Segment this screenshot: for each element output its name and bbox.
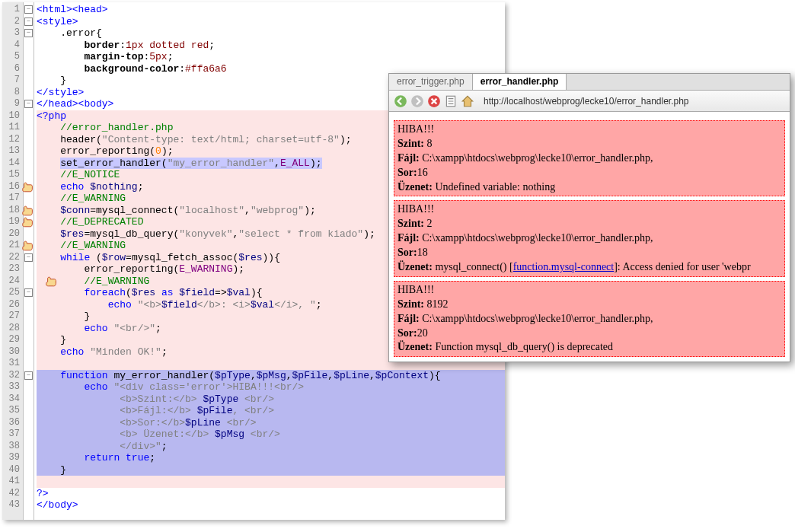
- fold-toggle-icon[interactable]: −: [24, 253, 33, 262]
- line-number: 35: [2, 405, 23, 417]
- code-line[interactable]: <b>Sor:</b>$pLine <br/>: [37, 417, 505, 429]
- line-number: 4: [2, 40, 23, 52]
- code-line[interactable]: return true;: [37, 452, 505, 464]
- forward-icon[interactable]: [410, 94, 424, 108]
- line-number: 14: [2, 158, 23, 170]
- line-number: 9: [2, 98, 23, 110]
- fold-column: −−−−−−−: [24, 2, 34, 520]
- line-number: 1: [2, 4, 23, 16]
- line-number: 16: [2, 181, 23, 193]
- error-link[interactable]: function.mysql-connect: [513, 261, 615, 272]
- line-number: 12: [2, 134, 23, 146]
- line-number: 3: [2, 27, 23, 40]
- browser-tab[interactable]: error_handler.php: [473, 74, 567, 90]
- line-number: 30: [2, 346, 23, 358]
- pointer-hand-icon: [21, 240, 37, 251]
- refresh-icon[interactable]: [444, 94, 458, 108]
- line-number: 15: [2, 169, 23, 181]
- line-number: 7: [2, 75, 23, 87]
- page-content: HIBA!!!Szint: 8Fájl: C:\xampp\htdocs\web…: [389, 112, 790, 362]
- browser-toolbar: http://localhost/webprog/lecke10/error_h…: [389, 91, 790, 112]
- code-line[interactable]: [37, 476, 505, 488]
- line-number: 36: [2, 417, 23, 429]
- code-line[interactable]: <b>Fájl:</b> $pFile, <br/>: [37, 405, 505, 417]
- stop-icon[interactable]: [427, 94, 441, 108]
- fold-toggle-icon[interactable]: −: [24, 29, 33, 37]
- line-number: 41: [2, 476, 23, 488]
- home-icon[interactable]: [461, 94, 474, 108]
- line-number: 11: [2, 122, 23, 134]
- fold-toggle-icon[interactable]: −: [24, 5, 33, 14]
- code-line[interactable]: echo "<div class='error'>HIBA!!!<br/>: [37, 381, 505, 393]
- line-number-gutter: 1234567891011121314151617181920212223242…: [2, 2, 24, 520]
- line-number: 23: [2, 263, 23, 276]
- code-line[interactable]: .error{: [37, 27, 505, 40]
- line-number: 34: [2, 393, 23, 406]
- line-number: 32: [2, 370, 23, 382]
- line-number: 21: [2, 240, 23, 252]
- line-number: 24: [2, 276, 23, 288]
- line-number: 25: [2, 287, 23, 299]
- code-line[interactable]: <b>Szint:</b> $pType <br/>: [37, 393, 505, 406]
- code-line[interactable]: <html><head>: [37, 4, 505, 16]
- line-number: 38: [2, 441, 23, 453]
- code-line[interactable]: ?>: [37, 488, 505, 500]
- line-number: 42: [2, 488, 23, 500]
- code-line[interactable]: </body>: [37, 499, 505, 511]
- error-box: HIBA!!!Szint: 8Fájl: C:\xampp\htdocs\web…: [394, 120, 785, 196]
- line-number: 40: [2, 464, 23, 476]
- line-number: 20: [2, 228, 23, 241]
- line-number: 39: [2, 452, 23, 464]
- svg-point-0: [394, 95, 407, 107]
- line-number: 18: [2, 205, 23, 217]
- line-number: 37: [2, 428, 23, 441]
- svg-point-1: [411, 95, 423, 107]
- back-icon[interactable]: [394, 94, 407, 108]
- code-line[interactable]: <b> Üzenet:</b> $pMsg <br/>: [37, 428, 505, 441]
- line-number: 33: [2, 381, 23, 393]
- line-number: 28: [2, 323, 23, 335]
- line-number: 13: [2, 145, 23, 158]
- pointer-hand-icon: [21, 205, 37, 216]
- pointer-hand-icon: [45, 276, 60, 287]
- fold-toggle-icon[interactable]: −: [24, 371, 33, 380]
- line-number: 2: [2, 16, 23, 28]
- line-number: 29: [2, 334, 23, 346]
- line-number: 19: [2, 216, 23, 228]
- code-line[interactable]: function my_error_handler($pType,$pMsg,$…: [37, 370, 505, 382]
- line-number: 31: [2, 358, 23, 370]
- line-number: 43: [2, 499, 23, 511]
- line-number: 10: [2, 110, 23, 123]
- fold-toggle-icon[interactable]: −: [24, 18, 33, 26]
- fold-toggle-icon[interactable]: −: [24, 100, 33, 108]
- fold-toggle-icon[interactable]: −: [24, 288, 33, 297]
- line-number: 17: [2, 193, 23, 205]
- line-number: 6: [2, 63, 23, 75]
- line-number: 26: [2, 299, 23, 311]
- code-line[interactable]: border:1px dotted red;: [37, 40, 505, 52]
- error-box: HIBA!!!Szint: 2Fájl: C:\xampp\htdocs\web…: [394, 200, 785, 276]
- pointer-hand-icon: [21, 216, 37, 228]
- line-number: 22: [2, 252, 23, 264]
- code-line[interactable]: <style>: [37, 16, 505, 28]
- browser-window: error_trigger.phperror_handler.php http:…: [388, 73, 790, 362]
- line-number: 5: [2, 51, 23, 63]
- code-line[interactable]: </div>";: [37, 441, 505, 453]
- browser-tabs: error_trigger.phperror_handler.php: [389, 74, 790, 91]
- pointer-hand-icon: [21, 181, 37, 193]
- browser-tab[interactable]: error_trigger.php: [389, 74, 473, 90]
- url-bar[interactable]: http://localhost/webprog/lecke10/error_h…: [477, 96, 785, 107]
- code-line[interactable]: }: [37, 464, 505, 476]
- error-box: HIBA!!!Szint: 8192Fájl: C:\xampp\htdocs\…: [394, 281, 785, 357]
- line-number: 8: [2, 87, 23, 99]
- code-line[interactable]: margin-top:5px;: [37, 51, 505, 63]
- line-number: 27: [2, 311, 23, 323]
